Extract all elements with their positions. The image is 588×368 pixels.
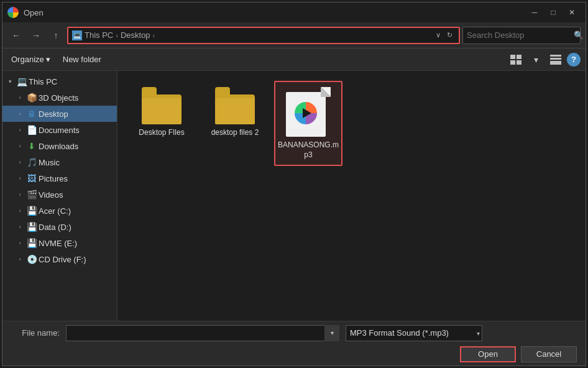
open-button[interactable]: Open — [460, 346, 516, 362]
address-pc-icon: 💻 — [72, 30, 82, 40]
documents-label: Documents — [39, 126, 114, 135]
expand-music: › — [15, 157, 25, 167]
file-item-bananasong[interactable]: BANANASONG.mp3 — [274, 81, 342, 166]
list-icon — [550, 55, 561, 65]
toolbar-right: ▾ ? — [507, 51, 581, 68]
address-refresh-button[interactable]: ↻ — [444, 30, 455, 40]
dialog-title: Open — [24, 8, 44, 17]
sidebar-item-music[interactable]: › 🎵 Music — [2, 154, 117, 170]
expand-cd-drive-f: › — [15, 254, 25, 264]
expand-desktop: › — [15, 109, 25, 119]
filename-dropdown-button[interactable]: ▾ — [324, 325, 339, 341]
svg-rect-7 — [550, 63, 561, 65]
expand-documents: › — [15, 125, 25, 135]
expand-nvme-e: › — [15, 238, 25, 248]
expand-pictures: › — [15, 173, 25, 183]
music-label: Music — [39, 158, 114, 167]
open-dialog: Open ─ □ ✕ ← → ↑ 💻 This PC › Desktop › ∨… — [2, 2, 586, 366]
view-list-button[interactable] — [547, 51, 564, 68]
address-text: This PC › Desktop › — [85, 30, 431, 40]
svg-rect-2 — [510, 60, 515, 65]
cd-drive-f-icon: 💿 — [26, 254, 37, 265]
desktop-label: Desktop — [39, 109, 114, 119]
organize-button[interactable]: Organize ▾ — [7, 53, 54, 66]
acer-c-icon: 💾 — [26, 205, 37, 216]
organize-arrow: ▾ — [46, 55, 50, 64]
downloads-icon: ⬇ — [26, 140, 37, 152]
svg-rect-4 — [550, 55, 561, 57]
svg-rect-1 — [517, 55, 521, 59]
buttons-row: Open Cancel — [10, 346, 578, 362]
address-dropdown-button[interactable]: ∨ — [433, 30, 443, 40]
pictures-label: Pictures — [39, 174, 114, 183]
filetype-select[interactable]: MP3 Format Sound (*.mp3) — [346, 325, 482, 341]
sidebar-item-nvme-e[interactable]: › 💾 NVME (E:) — [2, 235, 117, 251]
cancel-button[interactable]: Cancel — [521, 346, 577, 362]
file-item-desktop-files-2[interactable]: desktop files 2 — [201, 81, 269, 166]
sidebar-item-3d-objects[interactable]: › 📦 3D Objects — [2, 90, 117, 106]
titlebar: Open ─ □ ✕ — [2, 2, 586, 22]
back-button[interactable]: ← — [7, 27, 25, 44]
nvme-e-label: NVME (E:) — [39, 239, 114, 248]
svg-rect-0 — [510, 55, 515, 59]
expand-acer-c: › — [15, 206, 25, 216]
file-name-bananasong: BANANASONG.mp3 — [278, 140, 339, 160]
minimize-button[interactable]: ─ — [526, 6, 543, 19]
file-item-desktop-files[interactable]: Desktop FIles — [127, 81, 196, 166]
file-name-desktop-files-2: desktop files 2 — [211, 128, 259, 138]
music-icon: 🎵 — [26, 157, 37, 168]
address-sep-1: › — [116, 32, 118, 39]
address-part-desktop: Desktop — [121, 30, 150, 40]
folder-icon-desktop-files-2 — [213, 87, 257, 124]
sidebar-item-this-pc[interactable]: ▾ 💻 This PC — [2, 73, 117, 90]
pictures-icon: 🖼 — [26, 173, 37, 184]
forward-button[interactable]: → — [27, 27, 45, 44]
sidebar-container: ▾ 💻 This PC › 📦 3D Objects › 🖥 Desktop — [2, 71, 117, 321]
filename-label: File name: — [10, 328, 60, 338]
filetype-wrapper: MP3 Format Sound (*.mp3) ▾ — [346, 325, 482, 341]
3d-objects-icon: 📦 — [26, 92, 37, 103]
chrome-icon — [7, 7, 19, 18]
svg-rect-5 — [550, 58, 561, 60]
sidebar-item-videos[interactable]: › 🎬 Videos — [2, 186, 117, 203]
view-tiles-button[interactable] — [507, 51, 525, 68]
address-part-this-pc: This PC — [85, 30, 113, 40]
downloads-label: Downloads — [39, 142, 114, 151]
address-bar[interactable]: 💻 This PC › Desktop › ∨ ↻ — [67, 27, 460, 44]
mp3-file-icon — [286, 87, 331, 137]
bottom-bar: File name: ▾ MP3 Format Sound (*.mp3) ▾ … — [2, 321, 586, 366]
folder-icon-desktop-files — [139, 87, 184, 124]
this-pc-label: This PC — [29, 77, 114, 86]
search-input[interactable] — [467, 30, 571, 40]
search-box[interactable]: 🔍 — [462, 27, 581, 44]
3d-objects-label: 3D Objects — [39, 93, 114, 103]
view-dropdown-button[interactable]: ▾ — [527, 51, 544, 68]
expand-3d-objects: › — [15, 93, 25, 103]
documents-icon: 📄 — [26, 124, 37, 136]
address-controls: ∨ ↻ — [433, 30, 455, 40]
sidebar-item-pictures[interactable]: › 🖼 Pictures — [2, 170, 117, 186]
up-button[interactable]: ↑ — [47, 27, 65, 44]
filename-row: File name: ▾ MP3 Format Sound (*.mp3) ▾ — [10, 325, 578, 341]
data-d-label: Data (D:) — [39, 223, 114, 232]
file-area[interactable]: Desktop FIles desktop files 2 — [117, 71, 586, 321]
close-button[interactable]: ✕ — [563, 6, 581, 19]
file-name-desktop-files: Desktop FIles — [139, 128, 184, 138]
sidebar-item-acer-c[interactable]: › 💾 Acer (C:) — [2, 203, 117, 219]
sidebar-item-downloads[interactable]: › ⬇ Downloads — [2, 138, 117, 154]
new-folder-button[interactable]: New folder — [59, 53, 105, 66]
svg-rect-3 — [517, 60, 521, 65]
sidebar-item-desktop[interactable]: › 🖥 Desktop — [2, 106, 117, 122]
filename-input[interactable] — [66, 325, 339, 341]
sidebar-item-documents[interactable]: › 📄 Documents — [2, 122, 117, 138]
svg-rect-6 — [550, 61, 561, 63]
toolbar: Organize ▾ New folder ▾ — [2, 48, 586, 71]
desktop-icon: 🖥 — [26, 108, 37, 119]
sidebar-item-cd-drive-f[interactable]: › 💿 CD Drive (F:) — [2, 251, 117, 267]
maximize-button[interactable]: □ — [544, 6, 562, 19]
help-button[interactable]: ? — [567, 53, 581, 67]
sidebar-item-data-d[interactable]: › 💾 Data (D:) — [2, 219, 117, 235]
tiles-icon — [510, 55, 521, 65]
this-pc-icon: 💻 — [16, 76, 27, 87]
acer-c-label: Acer (C:) — [39, 206, 114, 216]
